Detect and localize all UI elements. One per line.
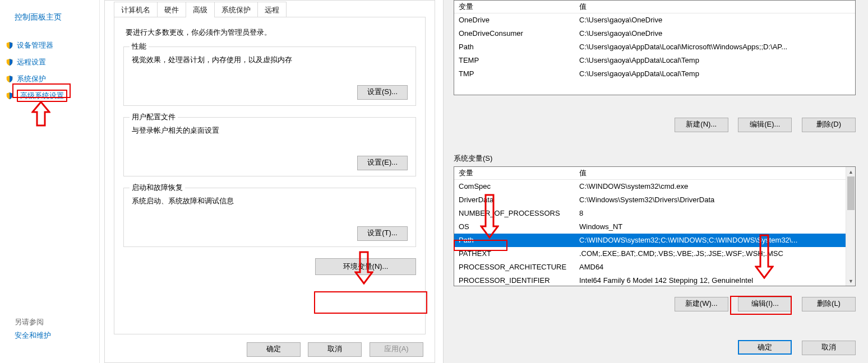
cp-link-0[interactable]: 设备管理器 (6, 37, 99, 54)
sys-var-row[interactable]: PathC:\WINDOWS\system32;C:\WINDOWS;C:\WI… (454, 234, 855, 247)
var-name: TEMP (454, 54, 575, 67)
user-delete-button[interactable]: 删除(D) (802, 118, 856, 132)
sys-list-scrollbar[interactable]: ▲ ▼ (846, 167, 855, 286)
admin-note: 要进行大多数更改，你必须作为管理员登录。 (126, 27, 416, 38)
user-var-row[interactable]: OneDriveC:\Users\gaoya\OneDrive (454, 13, 855, 27)
var-name: OneDriveConsumer (454, 27, 575, 40)
scroll-thumb[interactable] (847, 176, 855, 210)
sys-new-button[interactable]: 新建(W)... (675, 297, 728, 311)
cp-link-text[interactable]: 远程设置 (17, 57, 46, 67)
user-profiles-settings-button[interactable]: 设置(E)... (357, 156, 408, 170)
system-variables-label: 系统变量(S) (454, 153, 492, 164)
control-panel-home-link[interactable]: 控制面板主页 (15, 12, 99, 22)
performance-group: 性能 视觉效果，处理器计划，内存使用，以及虚拟内存 设置(S)... (123, 46, 416, 106)
sys-var-row[interactable]: NUMBER_OF_PROCESSORS8 (454, 207, 855, 220)
scroll-down-icon[interactable]: ▼ (846, 276, 856, 286)
var-name: OneDrive (454, 13, 575, 27)
var-name: PATHEXT (454, 247, 575, 260)
performance-settings-button[interactable]: 设置(S)... (357, 85, 408, 100)
var-name: DriverData (454, 193, 575, 207)
var-value: C:\WINDOWS\system32\cmd.exe (575, 180, 855, 193)
var-value: C:\Users\gaoya\AppData\Local\Microsoft\W… (575, 40, 855, 54)
sysprops-ok-button[interactable]: 确定 (247, 342, 301, 357)
sys-delete-button[interactable]: 删除(L) (802, 297, 856, 311)
sysprops-cancel-button[interactable]: 取消 (308, 342, 362, 357)
env-cancel-button[interactable]: 取消 (802, 341, 856, 355)
sys-var-row[interactable]: PROCESSOR_ARCHITECTUREAMD64 (454, 260, 855, 274)
var-value: C:\Users\gaoya\OneDrive (575, 27, 855, 40)
environment-variables-dialog: 变量 值 OneDriveC:\Users\gaoya\OneDriveOneD… (443, 0, 868, 363)
var-value: C:\Windows\System32\Drivers\DriverData (575, 193, 855, 207)
var-value: C:\Users\gaoya\AppData\Local\Temp (575, 54, 855, 67)
startup-recovery-group: 启动和故障恢复 系统启动、系统故障和调试信息 设置(T)... (123, 188, 416, 247)
sysprops-apply-button[interactable]: 应用(A) (370, 342, 423, 357)
var-name: PROCESSOR_ARCHITECTURE (454, 260, 575, 274)
var-value: C:\Users\gaoya\OneDrive (575, 13, 855, 27)
tab-0[interactable]: 计算机名 (114, 2, 158, 17)
system-properties-dialog: 计算机名硬件高级系统保护远程 要进行大多数更改，你必须作为管理员登录。 性能 视… (104, 0, 435, 363)
cp-link-3[interactable]: 高级系统设置 (6, 87, 99, 104)
var-value: C:\Users\gaoya\AppData\Local\Temp (575, 67, 855, 81)
performance-label: 性能 (130, 41, 149, 52)
sys-col-variable[interactable]: 变量 (454, 167, 575, 180)
user-var-row[interactable]: TMPC:\Users\gaoya\AppData\Local\Temp (454, 67, 855, 81)
user-profiles-label: 用户配置文件 (130, 112, 178, 122)
performance-desc: 视觉效果，处理器计划，内存使用，以及虚拟内存 (132, 55, 408, 65)
user-profiles-desc: 与登录帐户相关的桌面设置 (132, 125, 408, 136)
var-value: .COM;.EXE;.BAT;.CMD;.VBS;.VBE;.JS;.JSE;.… (575, 247, 855, 260)
user-var-row[interactable]: PathC:\Users\gaoya\AppData\Local\Microso… (454, 40, 855, 54)
user-edit-button[interactable]: 编辑(E)... (738, 118, 792, 132)
advanced-tab-pane: 要进行大多数更改，你必须作为管理员登录。 性能 视觉效果，处理器计划，内存使用，… (114, 17, 426, 334)
var-name: Path (454, 40, 575, 54)
var-value: C:\WINDOWS\system32;C:\WINDOWS;C:\WINDOW… (575, 234, 855, 247)
environment-variables-button[interactable]: 环境变量(N)... (315, 258, 416, 275)
var-value: 8 (575, 207, 855, 220)
user-col-value[interactable]: 值 (575, 1, 855, 13)
sys-var-row[interactable]: DriverDataC:\Windows\System32\Drivers\Dr… (454, 193, 855, 207)
startup-recovery-label: 启动和故障恢复 (130, 183, 185, 193)
sys-var-row[interactable]: OSWindows_NT (454, 220, 855, 234)
sys-var-row[interactable]: ComSpecC:\WINDOWS\system32\cmd.exe (454, 180, 855, 193)
var-name: PROCESSOR_IDENTIFIER (454, 274, 575, 287)
var-value: Windows_NT (575, 220, 855, 234)
cp-link-text[interactable]: 高级系统设置 (20, 91, 64, 101)
sys-col-value[interactable]: 值 (575, 167, 855, 180)
var-name: Path (454, 234, 575, 247)
cp-link-2[interactable]: 系统保护 (6, 71, 99, 87)
user-col-variable[interactable]: 变量 (454, 1, 575, 13)
user-variables-listbox[interactable]: 变量 值 OneDriveC:\Users\gaoya\OneDriveOneD… (454, 0, 856, 95)
startup-recovery-settings-button[interactable]: 设置(T)... (357, 226, 408, 241)
cp-link-text[interactable]: 系统保护 (17, 74, 46, 84)
sys-var-row[interactable]: PROCESSOR_IDENTIFIERIntel64 Family 6 Mod… (454, 274, 855, 287)
system-variables-listbox[interactable]: 变量 值 ComSpecC:\WINDOWS\system32\cmd.exeD… (454, 166, 856, 286)
control-panel-sidebar: 控制面板主页 设备管理器远程设置系统保护高级系统设置 另请参阅 安全和维护 (0, 0, 100, 363)
shield-icon (6, 92, 13, 100)
cp-link-1[interactable]: 远程设置 (6, 54, 99, 71)
env-ok-button[interactable]: 确定 (738, 340, 792, 355)
var-name: OS (454, 220, 575, 234)
shield-icon (6, 75, 13, 83)
user-var-row[interactable]: OneDriveConsumerC:\Users\gaoya\OneDrive (454, 27, 855, 40)
user-var-row[interactable]: TEMPC:\Users\gaoya\AppData\Local\Temp (454, 54, 855, 67)
see-also-label: 另请参阅 (15, 317, 51, 327)
sys-edit-button[interactable]: 编辑(I)... (738, 297, 792, 311)
cp-link-text[interactable]: 设备管理器 (17, 40, 53, 50)
tab-1[interactable]: 硬件 (157, 2, 186, 17)
shield-icon (6, 41, 13, 49)
tab-2[interactable]: 高级 (186, 2, 215, 17)
var-name: NUMBER_OF_PROCESSORS (454, 207, 575, 220)
tab-3[interactable]: 系统保护 (214, 2, 258, 17)
user-profiles-group: 用户配置文件 与登录帐户相关的桌面设置 设置(E)... (123, 117, 416, 176)
tab-4[interactable]: 远程 (257, 2, 287, 17)
var-name: TMP (454, 67, 575, 81)
var-value: AMD64 (575, 260, 855, 274)
var-name: ComSpec (454, 180, 575, 193)
startup-recovery-desc: 系统启动、系统故障和调试信息 (132, 196, 408, 206)
user-new-button[interactable]: 新建(N)... (675, 118, 728, 132)
sys-var-row[interactable]: PATHEXT.COM;.EXE;.BAT;.CMD;.VBS;.VBE;.JS… (454, 247, 855, 260)
security-maintenance-link[interactable]: 安全和维护 (15, 331, 51, 339)
var-value: Intel64 Family 6 Model 142 Stepping 12, … (575, 274, 855, 287)
scroll-up-icon[interactable]: ▲ (846, 167, 856, 176)
shield-icon (6, 58, 13, 66)
